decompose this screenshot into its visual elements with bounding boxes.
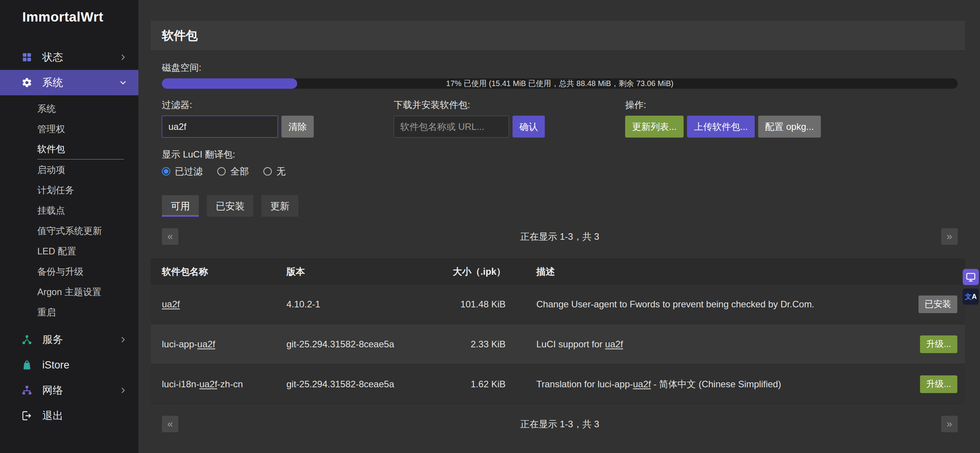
package-size: 101.48 KiB bbox=[452, 299, 506, 310]
sidebar-subitem-Argon 主题设置[interactable]: Argon 主题设置 bbox=[37, 282, 124, 302]
sidebar-item-label: iStore bbox=[42, 359, 70, 371]
translation-filter-label: 显示 LuCI 翻译包: bbox=[162, 148, 958, 161]
sidebar-subitem-计划任务[interactable]: 计划任务 bbox=[37, 180, 124, 200]
sidebar-item-label: 系统 bbox=[42, 76, 63, 90]
clear-filter-button[interactable]: 清除 bbox=[281, 116, 314, 138]
bottom-pagination-section: « 正在显示 1-3，共 3 » bbox=[151, 416, 965, 432]
table-row: luci-app-ua2fgit-25.294.31582-8ceae5a2.3… bbox=[151, 324, 965, 364]
sidebar-subitem-重启[interactable]: 重启 bbox=[37, 302, 124, 322]
table-body: ua2f4.10.2-1101.48 KiBChange User-agent … bbox=[151, 284, 965, 404]
package-action-button[interactable]: 已安装 bbox=[918, 295, 957, 313]
install-ok-button[interactable]: 确认 bbox=[512, 116, 545, 138]
translate-toggle-button[interactable]: 文A bbox=[963, 289, 979, 305]
package-version: git-25.294.31582-8ceae5a bbox=[286, 379, 452, 390]
sidebar-item-network[interactable]: 网络 bbox=[0, 378, 138, 403]
radio-option-已过滤[interactable]: 已过滤 bbox=[162, 165, 203, 178]
gear-icon bbox=[22, 77, 32, 88]
radio-dot-icon bbox=[263, 167, 272, 176]
pagination-status: 正在显示 1-3，共 3 bbox=[178, 231, 941, 243]
sidebar-item-label: 网络 bbox=[42, 383, 63, 397]
package-action-button[interactable]: 升级... bbox=[920, 375, 957, 393]
package-action-cell: 升级... bbox=[892, 375, 957, 393]
package-description: LuCI support for ua2f bbox=[506, 339, 892, 350]
pagination-top: « 正在显示 1-3，共 3 » bbox=[162, 228, 958, 245]
table-header: 软件包名称 版本 大小（.ipk） 描述 bbox=[151, 259, 965, 284]
radio-dot-icon bbox=[217, 167, 226, 176]
sidebar-item-status[interactable]: 状态 bbox=[0, 45, 138, 70]
package-name-link[interactable]: luci-i18n-ua2f-zh-cn bbox=[162, 379, 286, 390]
sidebar-subitem-系统[interactable]: 系统 bbox=[37, 98, 124, 119]
page-title-bar: 软件包 bbox=[151, 21, 965, 51]
istore-icon bbox=[22, 360, 32, 370]
sidebar-subitem-值守式系统更新[interactable]: 值守式系统更新 bbox=[37, 221, 124, 241]
filter-match: ua2f bbox=[197, 339, 215, 349]
immersive-translate-button[interactable] bbox=[963, 269, 979, 285]
configure-opkg-button[interactable]: 配置 opkg... bbox=[758, 116, 821, 138]
chevron-right-icon bbox=[119, 53, 127, 61]
chevron-right-icon bbox=[119, 387, 127, 394]
sidebar-subitem-管理权[interactable]: 管理权 bbox=[37, 119, 124, 139]
install-label: 下载并安装软件包: bbox=[394, 99, 625, 111]
sidebar-menu-top: 状态系统 bbox=[0, 45, 138, 95]
sidebar-subitem-挂载点[interactable]: 挂载点 bbox=[37, 200, 124, 221]
package-action-cell: 升级... bbox=[892, 335, 957, 353]
controls-row: 过滤器: 清除 下载并安装软件包: 确认 操作: 更新列表...上传软件包...… bbox=[162, 99, 958, 138]
package-version: 4.10.2-1 bbox=[286, 299, 452, 310]
package-description: Translation for luci-app-ua2f - 简体中文 (Ch… bbox=[506, 378, 892, 390]
sidebar-subitem-备份与升级[interactable]: 备份与升级 bbox=[37, 261, 124, 282]
radio-option-全部[interactable]: 全部 bbox=[217, 165, 249, 178]
col-header-size: 大小（.ipk） bbox=[452, 265, 506, 278]
sidebar: ImmortalWrt 状态系统 系统管理权软件包启动项计划任务挂载点值守式系统… bbox=[0, 0, 138, 453]
upload-package-button[interactable]: 上传软件包... bbox=[687, 116, 755, 138]
prev-page-button[interactable]: « bbox=[162, 416, 178, 432]
sidebar-item-services[interactable]: 服务 bbox=[0, 327, 138, 352]
tab-available[interactable]: 可用 bbox=[162, 195, 199, 217]
sidebar-item-logout[interactable]: 退出 bbox=[0, 403, 138, 428]
package-name-link[interactable]: ua2f bbox=[162, 299, 286, 310]
radio-option-无[interactable]: 无 bbox=[263, 165, 286, 178]
package-table: 软件包名称 版本 大小（.ipk） 描述 ua2f4.10.2-1101.48 … bbox=[151, 259, 965, 404]
system-submenu: 系统管理权软件包启动项计划任务挂载点值守式系统更新LED 配置备份与升级Argo… bbox=[0, 95, 138, 327]
filter-group: 过滤器: 清除 bbox=[162, 99, 394, 138]
sidebar-subitem-软件包[interactable]: 软件包 bbox=[37, 139, 124, 159]
sidebar-subitem-LED 配置[interactable]: LED 配置 bbox=[37, 241, 124, 261]
tab-installed[interactable]: 已安装 bbox=[207, 195, 253, 217]
table-row: luci-i18n-ua2f-zh-cngit-25.294.31582-8ce… bbox=[151, 364, 965, 404]
filter-match: ua2f bbox=[605, 339, 623, 349]
filter-input[interactable] bbox=[162, 116, 278, 138]
chevron-right-icon bbox=[119, 336, 127, 343]
actions-group: 操作: 更新列表...上传软件包...配置 opkg... bbox=[625, 99, 821, 138]
disk-usage-text: 17% 已使用 (15.41 MiB 已使用，总共 88.48 MiB，剩余 7… bbox=[162, 78, 958, 89]
translate-en-glyph: A bbox=[972, 293, 977, 301]
services-icon bbox=[22, 334, 32, 345]
col-header-name: 软件包名称 bbox=[162, 265, 286, 278]
radio-label: 全部 bbox=[230, 165, 249, 178]
package-name-link[interactable]: luci-app-ua2f bbox=[162, 339, 286, 350]
page-title: 软件包 bbox=[162, 28, 198, 44]
package-size: 1.62 KiB bbox=[452, 379, 506, 390]
pagination-bottom: « 正在显示 1-3，共 3 » bbox=[162, 416, 958, 432]
sidebar-item-system[interactable]: 系统 bbox=[0, 70, 138, 95]
next-page-button[interactable]: » bbox=[941, 416, 958, 432]
network-icon bbox=[22, 385, 32, 396]
chevron-down-icon bbox=[119, 79, 127, 86]
package-tabs: 可用已安装更新 bbox=[162, 195, 958, 217]
translation-filter-options: 已过滤全部无 bbox=[162, 165, 958, 178]
prev-page-button[interactable]: « bbox=[162, 228, 178, 245]
sidebar-item-label: 状态 bbox=[42, 50, 63, 64]
sidebar-item-istore[interactable]: iStore bbox=[0, 352, 138, 378]
update-lists-button[interactable]: 更新列表... bbox=[625, 116, 684, 138]
logout-icon bbox=[22, 410, 32, 421]
col-header-version: 版本 bbox=[286, 265, 452, 278]
tab-updates[interactable]: 更新 bbox=[261, 195, 298, 217]
next-page-button[interactable]: » bbox=[941, 228, 958, 245]
filter-label: 过滤器: bbox=[162, 99, 394, 111]
install-input[interactable] bbox=[394, 116, 509, 138]
sidebar-item-label: 退出 bbox=[42, 409, 63, 423]
filter-match: ua2f bbox=[162, 299, 180, 309]
sidebar-subitem-启动项[interactable]: 启动项 bbox=[37, 159, 124, 180]
table-row: ua2f4.10.2-1101.48 KiBChange User-agent … bbox=[151, 284, 965, 324]
package-action-button[interactable]: 升级... bbox=[920, 335, 957, 353]
pagination-status: 正在显示 1-3，共 3 bbox=[178, 418, 941, 430]
disk-space-label: 磁盘空间: bbox=[162, 61, 958, 74]
